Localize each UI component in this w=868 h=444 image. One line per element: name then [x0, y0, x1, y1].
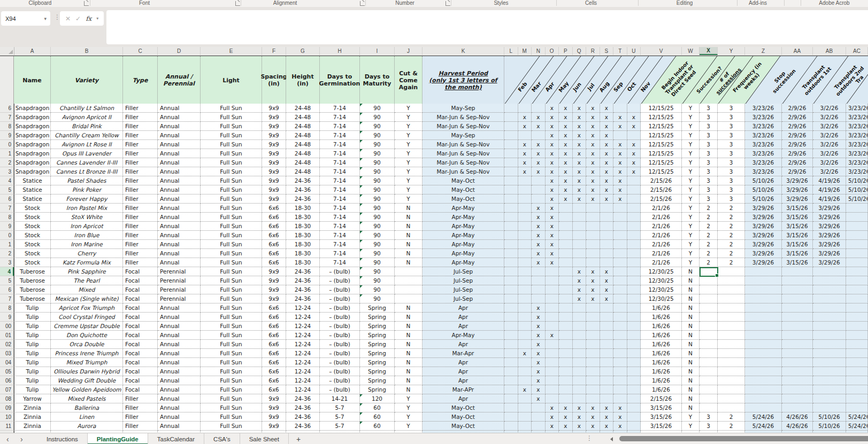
- cell-R111[interactable]: x: [586, 422, 600, 431]
- cell-M101[interactable]: [518, 331, 532, 340]
- cell-AB87[interactable]: 3/29/26: [813, 204, 846, 213]
- cell-J86[interactable]: Y: [395, 194, 423, 204]
- cell-P102[interactable]: [559, 340, 573, 349]
- cell-N81[interactable]: x: [532, 149, 546, 158]
- cell-X93[interactable]: 2: [700, 258, 718, 267]
- cell-S79[interactable]: x: [600, 131, 614, 140]
- cell-D87[interactable]: Annual: [158, 204, 201, 213]
- cell-AC96[interactable]: [846, 285, 868, 294]
- cell-J84[interactable]: Y: [395, 176, 423, 185]
- cell-W78[interactable]: Y: [682, 122, 700, 131]
- cell-X108[interactable]: [700, 394, 718, 403]
- cell-M77[interactable]: x: [518, 113, 532, 122]
- cell-P111[interactable]: x: [559, 422, 573, 431]
- cell-E78[interactable]: Full Sun: [201, 122, 262, 131]
- cell-G84[interactable]: 24-36: [286, 176, 320, 185]
- cell-Y110[interactable]: 2: [718, 412, 745, 422]
- cell-P107[interactable]: [559, 385, 573, 394]
- cell-AB89[interactable]: 3/29/26: [813, 222, 846, 231]
- row-header-96[interactable]: 6: [0, 285, 14, 294]
- cell-Y106[interactable]: [718, 376, 745, 385]
- row-header-90[interactable]: 0: [0, 231, 14, 240]
- cell-W104[interactable]: N: [682, 358, 700, 367]
- cell-T79[interactable]: [613, 131, 627, 140]
- formula-input[interactable]: [106, 10, 868, 44]
- cell-B83[interactable]: Cannes Lt Bronze II-III: [51, 167, 123, 176]
- cell-L83[interactable]: [504, 167, 518, 176]
- cell-H80[interactable]: 7-14: [320, 140, 360, 149]
- cell-AA78[interactable]: 2/9/26: [782, 122, 813, 131]
- cell-AB83[interactable]: 3/2/26: [813, 167, 846, 176]
- cell-A103[interactable]: Tulip: [14, 349, 51, 358]
- cell-X85[interactable]: 3: [700, 185, 718, 194]
- cell-O107[interactable]: [546, 385, 559, 394]
- cell-C107[interactable]: Focal: [123, 385, 158, 394]
- cell-AB106[interactable]: [813, 376, 846, 385]
- cell-D107[interactable]: Annual: [158, 385, 201, 394]
- cell-J99[interactable]: N: [395, 313, 423, 322]
- cell-N86[interactable]: [532, 194, 546, 204]
- cell-AB91[interactable]: 3/29/26: [813, 240, 846, 249]
- cell-AA84[interactable]: 3/29/26: [782, 176, 813, 185]
- cell-T108[interactable]: [613, 394, 627, 403]
- cell-P105[interactable]: [559, 367, 573, 376]
- cell-Q107[interactable]: [573, 385, 587, 394]
- cell-W85[interactable]: Y: [682, 185, 700, 194]
- cell-P89[interactable]: [559, 222, 573, 231]
- cell-AB79[interactable]: 3/2/26: [813, 131, 846, 140]
- cell-A87[interactable]: Stock: [14, 204, 51, 213]
- cell-C88[interactable]: Filler: [123, 213, 158, 222]
- cell-B95[interactable]: The Pearl: [51, 276, 123, 285]
- cell-T84[interactable]: x: [613, 176, 627, 185]
- cell-Y102[interactable]: [718, 340, 745, 349]
- cell-R78[interactable]: x: [586, 122, 600, 131]
- cell-H95[interactable]: – (bulb): [320, 276, 360, 285]
- cell-U82[interactable]: x: [627, 158, 641, 167]
- cell-A80[interactable]: Snapdragon: [14, 140, 51, 149]
- cell-E110[interactable]: Full Sun: [201, 412, 262, 422]
- cell-I99[interactable]: Spring: [360, 313, 395, 322]
- cell-S110[interactable]: x: [600, 412, 614, 422]
- ribbon-group-editing[interactable]: Editing: [677, 0, 693, 6]
- cell-I95[interactable]: 90: [360, 276, 395, 285]
- cell-J92[interactable]: N: [395, 249, 423, 258]
- cell-C99[interactable]: Focal: [123, 313, 158, 322]
- cell-K84[interactable]: May-Oct: [423, 176, 504, 185]
- cell-B92[interactable]: Cherry: [51, 249, 123, 258]
- cell-I84[interactable]: 90: [360, 176, 395, 185]
- cell-H82[interactable]: 7-14: [320, 158, 360, 167]
- cell-U105[interactable]: [627, 367, 641, 376]
- cell-B85[interactable]: Pink Poker: [51, 185, 123, 194]
- cell-V85[interactable]: 2/15/26: [641, 185, 682, 194]
- cell-A97[interactable]: Tuberose: [14, 294, 51, 303]
- cell-N101[interactable]: x: [532, 331, 546, 340]
- cell-X89[interactable]: 2: [700, 222, 718, 231]
- cell-J106[interactable]: N: [395, 376, 423, 385]
- cell-S109[interactable]: x: [600, 403, 614, 412]
- row-header-97[interactable]: 7: [0, 294, 14, 303]
- row-header-81[interactable]: 1: [0, 149, 14, 158]
- cell-E98[interactable]: Full Sun: [201, 303, 262, 313]
- cell-N85[interactable]: [532, 185, 546, 194]
- cell-J105[interactable]: N: [395, 367, 423, 376]
- cell-P79[interactable]: x: [559, 131, 573, 140]
- cell-T77[interactable]: x: [613, 113, 627, 122]
- cell-P109[interactable]: x: [559, 403, 573, 412]
- row-header-89[interactable]: 9: [0, 222, 14, 231]
- cell-M99[interactable]: [518, 313, 532, 322]
- cell-Y105[interactable]: [718, 367, 745, 376]
- cell-J98[interactable]: N: [395, 303, 423, 313]
- cell-P104[interactable]: [559, 358, 573, 367]
- cell-V92[interactable]: 2/1/26: [641, 249, 682, 258]
- cell-O110[interactable]: x: [546, 412, 559, 422]
- cell-W101[interactable]: N: [682, 331, 700, 340]
- cell-G90[interactable]: 18-30: [286, 231, 320, 240]
- cell-G96[interactable]: 24-36: [286, 285, 320, 294]
- cell-AA111[interactable]: 4/26/26: [782, 422, 813, 431]
- cell-T83[interactable]: x: [613, 167, 627, 176]
- cell-I85[interactable]: 90: [360, 185, 395, 194]
- cell-H91[interactable]: 7-14: [320, 240, 360, 249]
- cell-Y104[interactable]: [718, 358, 745, 367]
- cell-S104[interactable]: [600, 358, 614, 367]
- row-header-103[interactable]: 03: [0, 349, 14, 358]
